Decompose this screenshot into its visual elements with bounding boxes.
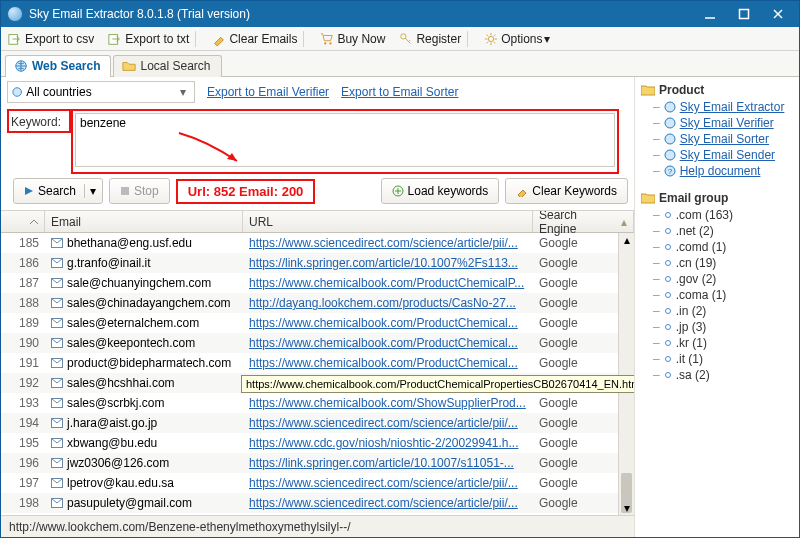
- col-number[interactable]: [1, 211, 45, 232]
- folder-icon: [122, 59, 136, 73]
- row-number: 194: [1, 416, 45, 430]
- load-keywords-button[interactable]: Load keywords: [381, 178, 500, 204]
- col-url[interactable]: URL: [243, 211, 533, 232]
- cell-url[interactable]: https://www.sciencedirect.com/science/ar…: [243, 416, 533, 430]
- link-export-verifier[interactable]: Export to Email Verifier: [207, 85, 329, 99]
- table-row[interactable]: 199 nsampathra@kau.edu.sa https://www.sc…: [1, 513, 634, 515]
- row-number: 195: [1, 436, 45, 450]
- table-row[interactable]: 197 lpetrov@kau.edu.sa https://www.scien…: [1, 473, 634, 493]
- product-link[interactable]: –Sky Email Verifier: [641, 115, 793, 131]
- cell-url[interactable]: https://www.chemicalbook.com/ProductChem…: [243, 356, 533, 370]
- table-row[interactable]: 198 pasupulety@gmail.com https://www.sci…: [1, 493, 634, 513]
- tree-dash-icon: –: [653, 320, 660, 334]
- export-txt-icon: [108, 32, 122, 46]
- mail-icon: [51, 498, 63, 508]
- email-group-item[interactable]: –.in (2): [641, 303, 793, 319]
- product-link[interactable]: –?Help document: [641, 163, 793, 179]
- row-number: 198: [1, 496, 45, 510]
- menu-register[interactable]: Register: [392, 27, 477, 50]
- menu-export-txt[interactable]: Export to txt: [101, 27, 205, 50]
- col-search-engine[interactable]: Search Engine ▴: [533, 211, 634, 232]
- product-link[interactable]: –Sky Email Sorter: [641, 131, 793, 147]
- tabbar: Web Search Local Search: [1, 51, 799, 77]
- cell-url[interactable]: https://www.cdc.gov/niosh/nioshtic-2/200…: [243, 436, 533, 450]
- table-row[interactable]: 186 g.tranfo@inail.it https://link.sprin…: [1, 253, 634, 273]
- cell-url[interactable]: http://dayang.lookchem.com/products/CasN…: [243, 296, 533, 310]
- scrollbar[interactable]: ▴ ▾: [618, 233, 634, 515]
- tab-web-search[interactable]: Web Search: [5, 55, 111, 77]
- keyword-input[interactable]: [75, 113, 615, 167]
- cell-url[interactable]: https://www.chemicalbook.com/ShowSupplie…: [243, 396, 533, 410]
- scroll-down-icon[interactable]: ▾: [619, 501, 634, 515]
- scroll-up-icon[interactable]: ▴: [619, 233, 634, 247]
- email-group-item[interactable]: –.cn (19): [641, 255, 793, 271]
- cell-url[interactable]: https://www.sciencedirect.com/science/ar…: [243, 496, 533, 510]
- menu-buy-now[interactable]: Buy Now: [313, 27, 392, 50]
- bullet-icon: [664, 227, 672, 235]
- stop-button[interactable]: Stop: [109, 178, 170, 204]
- product-link[interactable]: –Sky Email Extractor: [641, 99, 793, 115]
- cell-url[interactable]: https://www.chemicalbook.com/ProductChem…: [243, 276, 533, 290]
- email-group-item[interactable]: –.sa (2): [641, 367, 793, 383]
- minimize-button[interactable]: [693, 3, 727, 25]
- export-csv-icon: [8, 32, 22, 46]
- close-button[interactable]: [761, 3, 795, 25]
- cell-url[interactable]: https://link.springer.com/article/10.100…: [243, 456, 533, 470]
- tree-dash-icon: –: [653, 148, 660, 162]
- cell-url[interactable]: https://link.springer.com/article/10.100…: [243, 256, 533, 270]
- menu-export-csv[interactable]: Export to csv: [1, 27, 101, 50]
- table-row[interactable]: 195 xbwang@bu.edu https://www.cdc.gov/ni…: [1, 433, 634, 453]
- table-row[interactable]: 191 product@bidepharmatech.com https://w…: [1, 353, 634, 373]
- email-group-item[interactable]: –.coma (1): [641, 287, 793, 303]
- cell-url[interactable]: https://www.sciencedirect.com/science/ar…: [243, 476, 533, 490]
- email-group-item[interactable]: –.jp (3): [641, 319, 793, 335]
- email-group-item[interactable]: –.it (1): [641, 351, 793, 367]
- table-row[interactable]: 196 jwz0306@126.com https://link.springe…: [1, 453, 634, 473]
- tree-dash-icon: –: [653, 336, 660, 350]
- email-group-item[interactable]: –.net (2): [641, 223, 793, 239]
- table-row[interactable]: 189 sales@eternalchem.com https://www.ch…: [1, 313, 634, 333]
- clear-icon: [516, 185, 528, 197]
- email-group-item[interactable]: –.com (163): [641, 207, 793, 223]
- chevron-down-icon[interactable]: ▾: [84, 184, 96, 198]
- mail-icon: [51, 358, 63, 368]
- table-row[interactable]: 194 j.hara@aist.go.jp https://www.scienc…: [1, 413, 634, 433]
- email-group-item[interactable]: –.comd (1): [641, 239, 793, 255]
- tree-dash-icon: –: [653, 100, 660, 114]
- table-row[interactable]: 187 sale@chuanyingchem.com https://www.c…: [1, 273, 634, 293]
- menu-clear-emails[interactable]: Clear Emails: [205, 27, 313, 50]
- table-row[interactable]: 188 sales@chinadayangchem.com http://day…: [1, 293, 634, 313]
- email-group-item[interactable]: –.kr (1): [641, 335, 793, 351]
- table-row[interactable]: 193 sales@scrbkj.com https://www.chemica…: [1, 393, 634, 413]
- cell-url[interactable]: https://www.chemicalbook.com/ProductChem…: [243, 376, 533, 390]
- menu-options[interactable]: Options▾: [477, 27, 561, 50]
- tab-local-search[interactable]: Local Search: [113, 55, 221, 77]
- cell-email: product@bidepharmatech.com: [45, 356, 243, 370]
- chevron-down-icon[interactable]: ▾: [176, 85, 190, 99]
- search-button[interactable]: Search▾: [13, 178, 103, 204]
- cell-url[interactable]: https://www.chemicalbook.com/ProductChem…: [243, 316, 533, 330]
- cell-email: j.hara@aist.go.jp: [45, 416, 243, 430]
- cell-url[interactable]: https://www.chemicalbook.com/ProductChem…: [243, 336, 533, 350]
- country-value[interactable]: [26, 85, 176, 99]
- tree-dash-icon: –: [653, 240, 660, 254]
- row-number: 187: [1, 276, 45, 290]
- menubar: Export to csv Export to txt Clear Emails…: [1, 27, 799, 51]
- product-link[interactable]: –Sky Email Sender: [641, 147, 793, 163]
- cell-url[interactable]: https://www.sciencedirect.com/science/ar…: [243, 236, 533, 250]
- svg-rect-1: [740, 10, 749, 19]
- mail-icon: [51, 438, 63, 448]
- table-row[interactable]: 185 bhethana@eng.usf.edu https://www.sci…: [1, 233, 634, 253]
- col-email[interactable]: Email: [45, 211, 243, 232]
- chevron-down-icon: ▾: [544, 32, 554, 46]
- globe-icon: [14, 59, 28, 73]
- table-row[interactable]: 190 sales@keepontech.com https://www.che…: [1, 333, 634, 353]
- clear-keywords-button[interactable]: Clear Keywords: [505, 178, 628, 204]
- email-group-item[interactable]: –.gov (2): [641, 271, 793, 287]
- sort-icon: [30, 218, 38, 226]
- bullet-icon: [664, 211, 672, 219]
- link-export-sorter[interactable]: Export to Email Sorter: [341, 85, 458, 99]
- country-combo[interactable]: ▾: [7, 81, 195, 103]
- table-row[interactable]: 192 sales@hcshhai.com https://www.chemic…: [1, 373, 634, 393]
- maximize-button[interactable]: [727, 3, 761, 25]
